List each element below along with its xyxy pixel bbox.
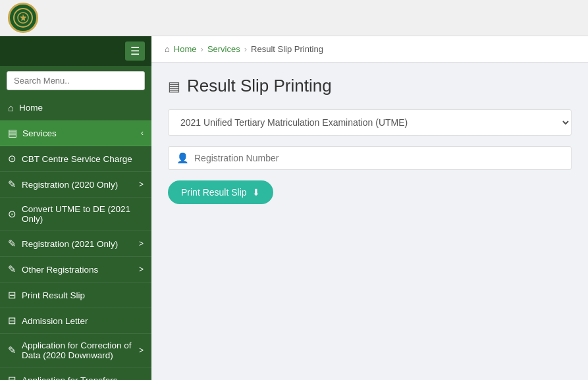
sidebar-header: ☰: [0, 36, 151, 66]
other-reg-icon: ✎: [8, 263, 16, 275]
breadcrumb-sep2: ›: [244, 44, 247, 54]
sidebar-item-reg2021[interactable]: ✎ Registration (2021 Only) >: [0, 231, 151, 257]
sidebar-item-convert-label: Convert UTME to DE (2021 Only): [22, 204, 144, 224]
convert-icon: ⊙: [8, 208, 16, 220]
search-input[interactable]: [7, 71, 145, 90]
home-icon: ⌂: [8, 102, 14, 113]
reg-input-row: 👤: [168, 146, 572, 170]
sidebar-item-transfers-label: Application for Transfers: [22, 375, 144, 381]
sidebar-item-transfers[interactable]: ⊟ Application for Transfers: [0, 367, 151, 380]
page-title-icon: ▤: [168, 78, 180, 94]
breadcrumb-home-icon: ⌂: [165, 44, 170, 54]
sidebar-item-cbt[interactable]: ⊙ CBT Centre Service Charge: [0, 146, 151, 172]
breadcrumb-services-link[interactable]: Services: [207, 44, 240, 54]
breadcrumb-sep1: ›: [201, 44, 203, 54]
breadcrumb-current: Result Slip Printing: [251, 44, 323, 54]
chevron-icon: ‹: [141, 128, 144, 138]
sidebar-item-cbt-label: CBT Centre Service Charge: [22, 154, 144, 164]
chevron-reg2021-icon: >: [139, 239, 144, 248]
logo-container: ★: [7, 1, 40, 34]
sidebar-item-reg2020-label: Registration (2020 Only): [22, 180, 139, 190]
page-title-row: ▤ Result Slip Printing: [168, 76, 572, 96]
main-layout: ☰ ⌂ Home ▤ Services ‹ ⊙ CBT Centre Servi…: [0, 36, 588, 380]
registration-input[interactable]: [194, 153, 563, 163]
hamburger-icon: ☰: [130, 45, 140, 57]
print-result-button[interactable]: Print Result Slip ⬇: [168, 180, 273, 204]
chevron-other-reg-icon: >: [139, 265, 144, 274]
top-bar: ★: [0, 0, 588, 36]
sidebar-item-reg2021-label: Registration (2021 Only): [22, 239, 139, 249]
exam-dropdown[interactable]: 2021 Unified Tertiary Matriculation Exam…: [168, 109, 572, 136]
correction-icon: ✎: [8, 344, 16, 356]
admission-icon: ⊟: [8, 315, 16, 327]
page-title: Result Slip Printing: [187, 76, 332, 96]
svg-text:★: ★: [20, 14, 27, 22]
breadcrumb-home-link[interactable]: Home: [174, 44, 197, 54]
sidebar-item-home[interactable]: ⌂ Home: [0, 95, 151, 121]
logo-icon: ★: [8, 3, 38, 33]
download-icon: ⬇: [252, 187, 260, 198]
sidebar-item-other-reg[interactable]: ✎ Other Registrations >: [0, 257, 151, 283]
sidebar: ☰ ⌂ Home ▤ Services ‹ ⊙ CBT Centre Servi…: [0, 36, 151, 380]
cbt-icon: ⊙: [8, 153, 16, 165]
sidebar-item-print-result[interactable]: ⊟ Print Result Slip: [0, 283, 151, 308]
sidebar-item-services-label: Services: [22, 128, 141, 138]
sidebar-item-correction[interactable]: ✎ Application for Correction of Data (20…: [0, 334, 151, 367]
content-area: ⌂ Home › Services › Result Slip Printing…: [151, 36, 588, 380]
sidebar-item-correction-label: Application for Correction of Data (2020…: [22, 340, 139, 360]
print-button-label: Print Result Slip: [181, 187, 247, 198]
content-body: ▤ Result Slip Printing 2021 Unified Tert…: [151, 63, 588, 217]
chevron-reg2020-icon: >: [139, 180, 144, 189]
transfers-icon: ⊟: [8, 374, 16, 380]
user-icon: 👤: [176, 152, 189, 164]
services-icon: ▤: [8, 127, 17, 139]
search-container: [0, 66, 151, 95]
chevron-correction-icon: >: [139, 346, 144, 355]
sidebar-item-print-result-label: Print Result Slip: [22, 290, 144, 300]
breadcrumb: ⌂ Home › Services › Result Slip Printing: [151, 36, 588, 63]
reg2020-icon: ✎: [8, 178, 16, 190]
sidebar-item-other-reg-label: Other Registrations: [22, 265, 139, 275]
sidebar-item-reg2020[interactable]: ✎ Registration (2020 Only) >: [0, 172, 151, 198]
sidebar-item-admission-label: Admission Letter: [22, 316, 144, 326]
print-result-icon: ⊟: [8, 289, 16, 301]
hamburger-button[interactable]: ☰: [125, 41, 145, 61]
sidebar-item-convert[interactable]: ⊙ Convert UTME to DE (2021 Only): [0, 198, 151, 231]
reg2021-icon: ✎: [8, 238, 16, 250]
sidebar-item-admission[interactable]: ⊟ Admission Letter: [0, 308, 151, 334]
sidebar-item-services[interactable]: ▤ Services ‹: [0, 121, 151, 146]
sidebar-item-home-label: Home: [19, 103, 144, 113]
